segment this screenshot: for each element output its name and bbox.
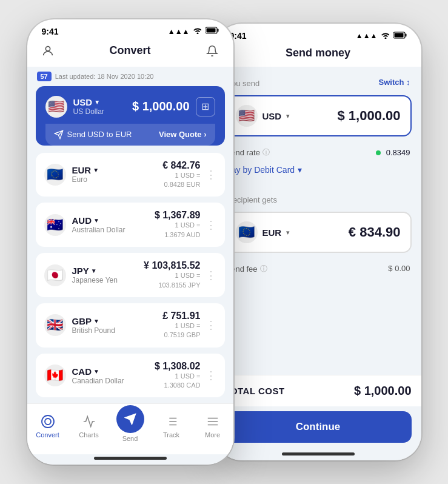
gbp-card[interactable]: 🇬🇧 GBP ▼ British Pound £ 751.91 1 USD =0…: [36, 303, 225, 348]
cad-menu-icon[interactable]: ⋮: [206, 369, 216, 382]
send-nav-label: Send: [122, 435, 138, 442]
last-updated-bar: 57 Last updated: 18 Nov 2020 10:20: [36, 67, 225, 86]
update-badge: 57: [37, 72, 52, 81]
jpy-card[interactable]: 🇯🇵 JPY ▼ Japanese Yen ¥ 103,815.52 1 USD…: [36, 253, 225, 297]
aud-amount: $ 1,367.89: [155, 210, 201, 221]
recipient-amount: € 834.90: [349, 224, 401, 240]
svg-marker-9: [125, 414, 135, 425]
you-send-header: You send Switch ↕: [225, 67, 412, 95]
nav-charts[interactable]: Charts: [73, 414, 105, 439]
send-label: Send USD to EUR: [67, 130, 132, 139]
you-send-card[interactable]: 🇺🇸 USD ▾ $ 1,000.00: [225, 95, 412, 136]
right-phone: 9:41 ▲▲▲ Send money You send: [215, 24, 421, 460]
base-currency-card[interactable]: 🇺🇸 USD ▼ US Dollar $ 1,000.00: [36, 86, 225, 146]
profile-icon[interactable]: [39, 42, 56, 59]
home-indicator-right: [282, 452, 355, 455]
cad-amount: $ 1,308.02: [155, 361, 201, 372]
nav-track[interactable]: Track: [155, 414, 188, 439]
jpy-name: Japanese Yen: [72, 276, 118, 284]
home-indicator-left: [94, 457, 167, 460]
more-nav-icon: [205, 414, 221, 429]
jpy-amount: ¥ 103,815.52: [144, 260, 200, 271]
total-cost-label: TOTAL COST: [225, 386, 285, 396]
currency-list: 🇪🇺 EUR ▼ Euro € 842.76 1 USD =0.8428 EUR: [36, 153, 225, 398]
update-text: Last updated: 18 Nov 2020 10:20: [55, 73, 154, 80]
send-usd-flag: 🇺🇸: [236, 105, 258, 127]
send-amount: $ 1,000.00: [338, 108, 401, 124]
eur-amount: € 842.76: [162, 160, 200, 171]
convert-nav-label: Convert: [36, 431, 59, 439]
charts-nav-icon: [81, 414, 97, 429]
signal-icon-right: ▲▲▲: [356, 32, 378, 40]
wifi-icon: [193, 27, 202, 36]
nav-send[interactable]: Send: [114, 410, 147, 442]
battery-icon-right: [393, 32, 407, 41]
recipient-dropdown-icon[interactable]: ▾: [286, 229, 290, 237]
send-title: Send money: [286, 47, 350, 59]
calculator-icon[interactable]: ⊞: [196, 97, 215, 116]
currency-dropdown-icon[interactable]: ▾: [286, 112, 290, 120]
gbp-flag: 🇬🇧: [44, 314, 66, 336]
charts-nav-label: Charts: [79, 431, 98, 439]
gbp-menu-icon[interactable]: ⋮: [206, 318, 216, 332]
recipient-header: Recipient gets: [225, 183, 412, 212]
switch-button[interactable]: Switch ↕: [378, 78, 410, 87]
cad-flag: 🇨🇦: [44, 365, 66, 386]
status-icons-right: ▲▲▲: [356, 32, 407, 41]
signal-icon: ▲▲▲: [168, 27, 190, 36]
recipient-card[interactable]: 🇪🇺 EUR ▾ € 834.90: [225, 212, 412, 253]
base-currency-code[interactable]: USD ▼: [73, 97, 104, 107]
bottom-nav: Convert Charts Send: [27, 403, 233, 454]
jpy-menu-icon[interactable]: ⋮: [206, 269, 216, 282]
eur-menu-icon[interactable]: ⋮: [206, 168, 216, 181]
total-cost-bar: TOTAL COST $ 1,000.00: [215, 375, 421, 406]
svg-point-7: [45, 418, 51, 425]
nav-more[interactable]: More: [196, 414, 229, 439]
pay-method-row[interactable]: Pay by Debit Card ▾: [225, 163, 412, 180]
send-header: Send money: [215, 44, 421, 67]
send-nav-btn[interactable]: [116, 405, 144, 433]
cad-name: Canadian Dollar: [72, 377, 124, 385]
nav-convert[interactable]: Convert: [32, 414, 64, 439]
svg-point-6: [42, 415, 54, 428]
send-quote-bar[interactable]: Send USD to EUR View Quote ›: [45, 124, 215, 146]
send-rate-row: Send rate ⓘ 0.8349: [225, 143, 412, 163]
eur-card[interactable]: 🇪🇺 EUR ▼ Euro € 842.76 1 USD =0.8428 EUR: [36, 153, 225, 197]
aud-menu-icon[interactable]: ⋮: [206, 218, 216, 232]
recipient-currency-selector[interactable]: 🇪🇺 EUR ▾: [236, 221, 290, 243]
view-quote-label[interactable]: View Quote ›: [159, 130, 207, 139]
continue-button[interactable]: Continue: [225, 411, 412, 443]
aud-rate: 1 USD =1.3679 AUD: [155, 221, 201, 240]
cad-code[interactable]: CAD ▼: [72, 366, 124, 377]
eur-code[interactable]: EUR ▼: [72, 165, 99, 175]
bell-icon[interactable]: [204, 42, 221, 59]
convert-screen: 57 Last updated: 18 Nov 2020 10:20 🇺🇸 US…: [27, 67, 233, 465]
status-icons-left: ▲▲▲: [168, 27, 219, 36]
cad-rate: 1 USD =1.3080 CAD: [155, 372, 201, 391]
rate-info-icon: ⓘ: [262, 147, 270, 158]
track-nav-label: Track: [163, 431, 179, 439]
total-cost-amount: $ 1,000.00: [354, 384, 412, 398]
svg-point-3: [45, 46, 50, 50]
send-currency-code: USD: [262, 111, 282, 121]
aud-card[interactable]: 🇦🇺 AUD ▼ Australian Dollar $ 1,367.89 1 …: [36, 203, 225, 247]
svg-rect-1: [217, 29, 218, 32]
convert-nav-icon: [40, 414, 56, 429]
eur-name: Euro: [72, 175, 99, 184]
aud-flag: 🇦🇺: [44, 214, 66, 236]
jpy-rate: 1 USD =103.8155 JPY: [144, 271, 200, 290]
track-nav-icon: [164, 414, 179, 429]
status-bar-left: 9:41 ▲▲▲: [27, 19, 233, 40]
cad-card[interactable]: 🇨🇦 CAD ▼ Canadian Dollar $ 1,308.02 1 US…: [36, 354, 225, 398]
aud-code[interactable]: AUD ▼: [72, 215, 125, 226]
gbp-code[interactable]: GBP ▼: [72, 316, 115, 326]
eur-flag: 🇪🇺: [44, 164, 66, 186]
aud-name: Australian Dollar: [72, 226, 125, 234]
gbp-rate: 1 USD =0.7519 GBP: [162, 321, 200, 340]
rate-green-dot: [376, 150, 381, 155]
send-rate-value: 0.8349: [376, 148, 410, 157]
gbp-amount: £ 751.91: [162, 311, 200, 321]
jpy-code[interactable]: JPY ▼: [72, 266, 118, 276]
send-currency-selector[interactable]: 🇺🇸 USD ▾: [236, 105, 290, 127]
svg-rect-2: [206, 29, 215, 33]
